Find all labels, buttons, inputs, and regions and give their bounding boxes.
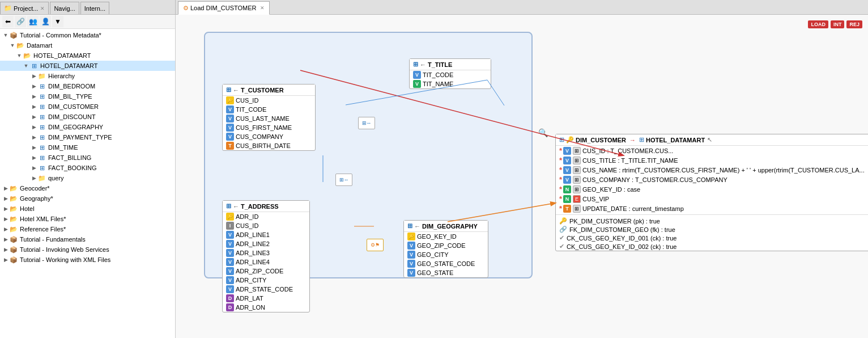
link-btn[interactable]: 🔗 — [15, 16, 26, 27]
t-address-label: T_ADDRESS — [241, 203, 279, 210]
tab-project-close[interactable]: ✕ — [40, 6, 45, 11]
col-type-icon: V — [226, 249, 234, 257]
expand-icon[interactable]: ▶ — [31, 93, 37, 100]
expand-icon[interactable]: ▶ — [31, 103, 37, 110]
expand-icon[interactable]: ▶ — [31, 73, 37, 79]
expand-icon[interactable]: ▶ — [31, 83, 37, 90]
table-icon: ⊞ — [226, 202, 231, 210]
expand-icon[interactable]: ▶ — [31, 164, 37, 171]
dropdown-btn[interactable]: ▼ — [52, 16, 63, 27]
col-name: CUS_COMPANY : T_CUSTOMER.CUS_COMPANY — [582, 176, 727, 183]
tree-item-dim-geography[interactable]: ▶ ⊞ DIM_GEOGRAPHY — [0, 122, 175, 132]
table-icon: ⊞ — [37, 92, 46, 101]
collapse-all-btn[interactable]: ⬅ — [2, 16, 14, 27]
tree-item-geocoder[interactable]: ▶ 📂 Geocoder* — [0, 183, 175, 193]
tab-navigator[interactable]: Navig... — [50, 2, 79, 14]
dim-geography-label: DIM_GEOGRAPHY — [422, 223, 478, 230]
expand-icon[interactable]: ▶ — [2, 236, 9, 243]
tree-label: Tutorial - Invoking Web Services — [20, 246, 109, 253]
project-icon: 📦 — [9, 255, 18, 264]
tab-internal-label: Intern... — [84, 5, 105, 12]
expand-icon[interactable]: ▶ — [31, 134, 37, 141]
tree-item-datamart[interactable]: ▼ 📂 Datamart — [0, 40, 175, 50]
expand-icon[interactable]: ▶ — [31, 175, 37, 181]
expand-icon[interactable]: ▶ — [2, 195, 9, 202]
expand-icon[interactable]: ▶ — [2, 216, 9, 222]
ck-icon: ✔ — [559, 234, 564, 242]
ck-icon: ✔ — [559, 243, 564, 250]
tree-item-hotel-datamart-2[interactable]: ▼ ⊞ HOTEL_DATAMART — [0, 61, 175, 71]
expand-icon[interactable]: ▶ — [31, 144, 37, 151]
tree-item-hierarchy[interactable]: ▶ 📁 Hierarchy — [0, 71, 175, 81]
folder-icon: 📂 — [16, 41, 25, 50]
tree-item-tutorial-xml[interactable]: ▶ 📦 Tutorial - Working with XML Files — [0, 255, 175, 265]
tree-item-hotel-xml[interactable]: ▶ 📂 Hotel XML Files* — [0, 214, 175, 224]
col-name: ADR_LINE2 — [236, 240, 270, 247]
expand-icon[interactable]: ▶ — [31, 113, 37, 120]
expand-icon[interactable]: ▶ — [2, 205, 9, 212]
expand-icon[interactable]: ▼ — [2, 32, 9, 39]
expand-icon[interactable]: ▶ — [2, 256, 9, 263]
tree-item-tutorial-common[interactable]: ▼ 📦 Tutorial - Common Metadata* — [0, 30, 175, 40]
main-tab-label: Load DIM_CUSTOMER — [190, 5, 257, 11]
rej-button[interactable]: REJ — [846, 20, 862, 28]
tree-item-dim-discount[interactable]: ▶ ⊞ DIM_DISCOUNT — [0, 112, 175, 122]
expand-icon[interactable]: ▼ — [16, 52, 23, 59]
tree-label: DIM_PAYMENT_TYPE — [48, 134, 112, 141]
pk-icon: 🔑 — [559, 217, 567, 225]
user-btn[interactable]: 👤 — [40, 16, 51, 27]
constraint-label: CK_CUS_GEO_KEY_ID_002 (ck) : true — [567, 243, 676, 250]
add-user-btn[interactable]: 👥 — [27, 16, 39, 27]
expand-icon[interactable]: ▼ — [23, 62, 29, 69]
tree-item-fact-booking[interactable]: ▶ ⊞ FACT_BOOKING — [0, 163, 175, 173]
col-name: GEO_ZIP_CODE — [417, 242, 466, 249]
tree-item-dim-time[interactable]: ▶ ⊞ DIM_TIME — [0, 142, 175, 153]
int-button[interactable]: INT — [831, 20, 845, 28]
cursor-icon: ↖ — [707, 136, 712, 143]
expand-icon[interactable]: ▶ — [31, 154, 37, 161]
load-button[interactable]: LOAD — [808, 20, 828, 28]
tree-item-hotel[interactable]: ▶ 📂 Hotel — [0, 204, 175, 214]
col-name: CUS_VIP — [582, 196, 609, 202]
expand-icon[interactable]: ▼ — [9, 42, 16, 49]
tab-internal[interactable]: Intern... — [80, 2, 109, 14]
folder-icon: 📁 — [37, 71, 46, 81]
col-type-icon: 🔑 — [407, 233, 415, 240]
tree-item-dim-payment-type[interactable]: ▶ ⊞ DIM_PAYMENT_TYPE — [0, 132, 175, 142]
tree-label: Hotel — [20, 205, 35, 212]
col-type-icon: 🔑 — [226, 213, 234, 221]
tree-item-dim-bil-type[interactable]: ▶ ⊞ DIM_BIL_TYPE — [0, 91, 175, 102]
table-icon: ⊞ — [37, 82, 46, 91]
tree-item-geography[interactable]: ▶ 📂 Geography* — [0, 193, 175, 204]
tree-label: DIM_CUSTOMER — [48, 103, 99, 110]
col-type-icon: V — [226, 276, 234, 284]
tree-view[interactable]: ▼ 📦 Tutorial - Common Metadata* ▼ 📂 Data… — [0, 29, 175, 338]
table-dim-geography: ⊞ ← DIM_GEOGRAPHY 🔑 GEO_KEY_ID V GEO_ZIP… — [403, 220, 488, 278]
col-name: CUS_FIRST_NAME — [236, 124, 292, 131]
tab-project[interactable]: 📁 Project... ✕ — [0, 2, 49, 14]
tree-item-fact-billing[interactable]: ▶ ⊞ FACT_BILLING — [0, 153, 175, 163]
tree-item-dim-customer[interactable]: ▶ ⊞ DIM_CUSTOMER — [0, 102, 175, 112]
project-icon: 📦 — [9, 31, 18, 40]
table-icon: ⊞ — [413, 61, 418, 68]
expand-icon[interactable]: ▶ — [31, 124, 37, 130]
col-icon-2: E — [573, 195, 581, 203]
tree-item-hotel-datamart-1[interactable]: ▼ 📂 HOTEL_DATAMART — [0, 50, 175, 61]
col-type-icon: D — [226, 303, 234, 311]
tab-load-dim-customer[interactable]: ⚙ Load DIM_CUSTOMER ✕ — [178, 1, 270, 15]
tree-item-tutorial-fundamentals[interactable]: ▶ 📦 Tutorial - Fundamentals — [0, 234, 175, 244]
tree-item-tutorial-invoking[interactable]: ▶ 📦 Tutorial - Invoking Web Services — [0, 244, 175, 255]
main-tab-close[interactable]: ✕ — [260, 5, 265, 11]
tree-item-reference[interactable]: ▶ 📂 Reference Files* — [0, 224, 175, 234]
tree-label: DIM_BIL_TYPE — [48, 93, 92, 100]
col-name: CUS_NAME : rtrim(T_CUSTOMER.CUS_FIRST_NA… — [582, 167, 865, 174]
project-icon: 📁 — [4, 5, 12, 12]
table-icon: ⊞ — [37, 133, 46, 142]
tree-item-dim-bedroom[interactable]: ▶ ⊞ DIM_BEDROOM — [0, 81, 175, 91]
join-icon-1: ⊞↔ — [358, 117, 375, 129]
col-tit-name: V TIT_NAME — [410, 79, 491, 88]
expand-icon[interactable]: ▶ — [2, 226, 9, 233]
expand-icon[interactable]: ▶ — [2, 185, 9, 192]
expand-icon[interactable]: ▶ — [2, 246, 9, 253]
tree-item-query[interactable]: ▶ 📁 query — [0, 173, 175, 183]
